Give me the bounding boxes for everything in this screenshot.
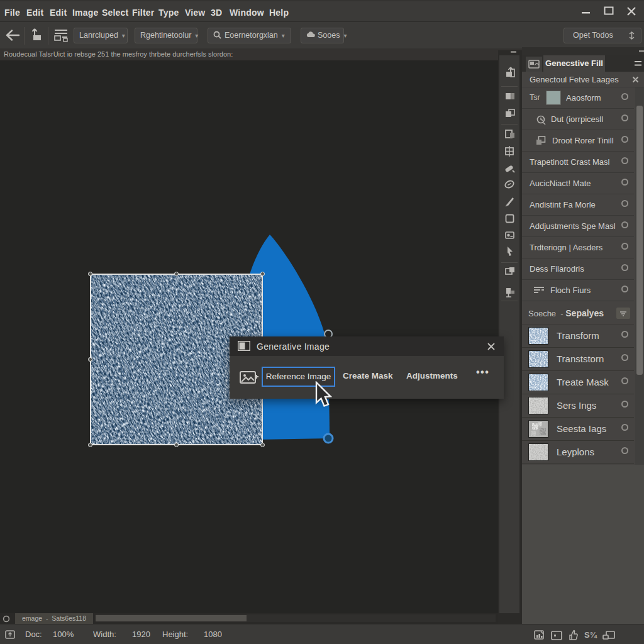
svg-text:S¾: S¾ (584, 630, 597, 640)
